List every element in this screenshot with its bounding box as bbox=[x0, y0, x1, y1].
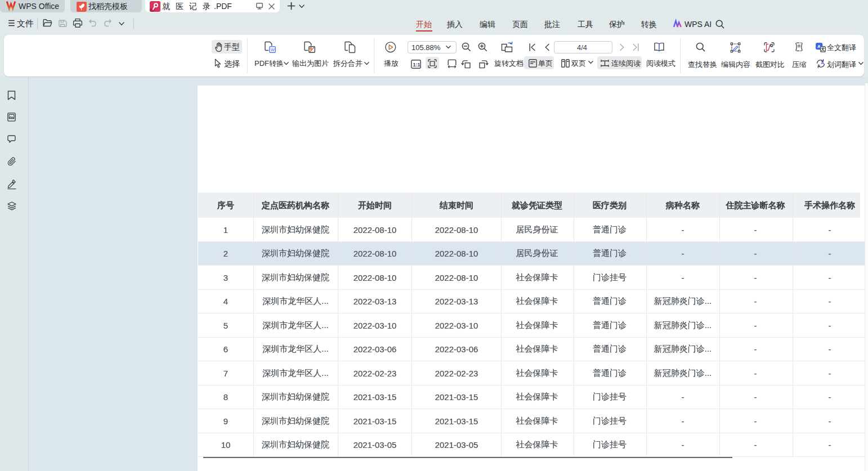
svg-text:1:1: 1:1 bbox=[413, 62, 420, 68]
svg-text:A: A bbox=[821, 60, 824, 65]
svg-text:x: x bbox=[817, 63, 820, 67]
svg-text:W: W bbox=[271, 47, 275, 52]
